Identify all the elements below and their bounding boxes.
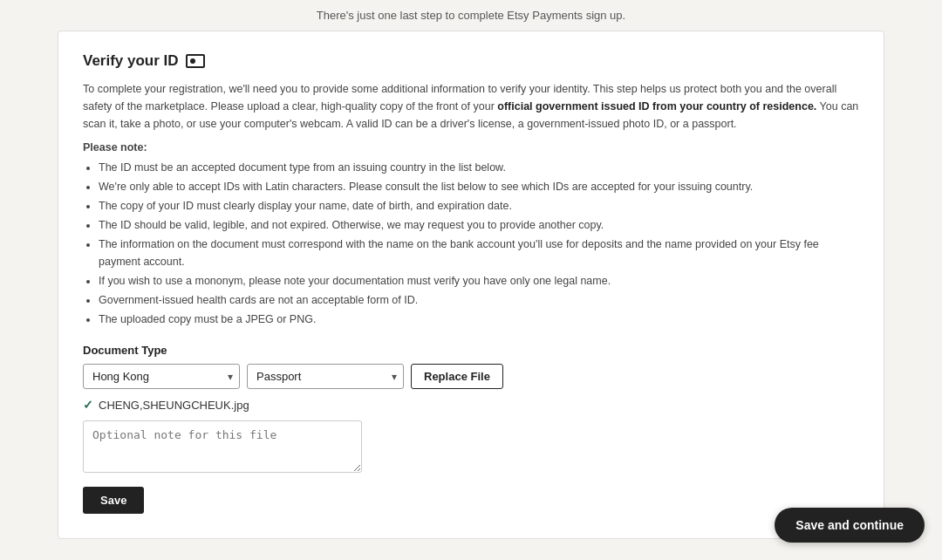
- note-item: Government-issued health cards are not a…: [99, 291, 859, 309]
- card-description: To complete your registration, we'll nee…: [83, 80, 859, 133]
- note-item: We're only able to accept IDs with Latin…: [99, 178, 859, 195]
- country-select[interactable]: Hong Kong United States United Kingdom A…: [83, 364, 240, 389]
- replace-file-button[interactable]: Replace File: [411, 364, 503, 389]
- top-banner-text: There's just one last step to complete E…: [317, 9, 625, 22]
- note-item: If you wish to use a mononym, please not…: [99, 272, 859, 290]
- card-title-text: Verify your ID: [83, 52, 179, 70]
- note-item: The uploaded copy must be a JPEG or PNG.: [99, 311, 859, 328]
- note-item: The ID should be valid, legible, and not…: [99, 216, 859, 234]
- checkmark-icon: ✓: [83, 398, 93, 412]
- document-type-label: Document Type: [83, 344, 859, 357]
- card-title: Verify your ID: [83, 52, 859, 70]
- note-item: The ID must be an accepted document type…: [99, 159, 859, 176]
- please-note-label: Please note:: [83, 141, 859, 154]
- note-item: The copy of your ID must clearly display…: [99, 197, 859, 215]
- document-type-select-wrapper[interactable]: Passport Driver's License National ID: [247, 364, 404, 389]
- save-and-continue-button[interactable]: Save and continue: [775, 508, 925, 543]
- country-select-wrapper[interactable]: Hong Kong United States United Kingdom A…: [83, 364, 240, 389]
- file-name: CHENG,SHEUNGCHEUK.jpg: [99, 399, 249, 412]
- verify-id-card: Verify your ID To complete your registra…: [58, 31, 884, 539]
- document-type-select[interactable]: Passport Driver's License National ID: [247, 364, 404, 389]
- note-item: The information on the document must cor…: [99, 236, 859, 270]
- notes-list: The ID must be an accepted document type…: [83, 159, 859, 328]
- optional-note-textarea[interactable]: [83, 420, 362, 473]
- document-type-row: Hong Kong United States United Kingdom A…: [83, 364, 859, 389]
- id-icon: [186, 54, 205, 68]
- save-button[interactable]: Save: [83, 487, 144, 514]
- file-confirmed-row: ✓ CHENG,SHEUNGCHEUK.jpg: [83, 398, 859, 412]
